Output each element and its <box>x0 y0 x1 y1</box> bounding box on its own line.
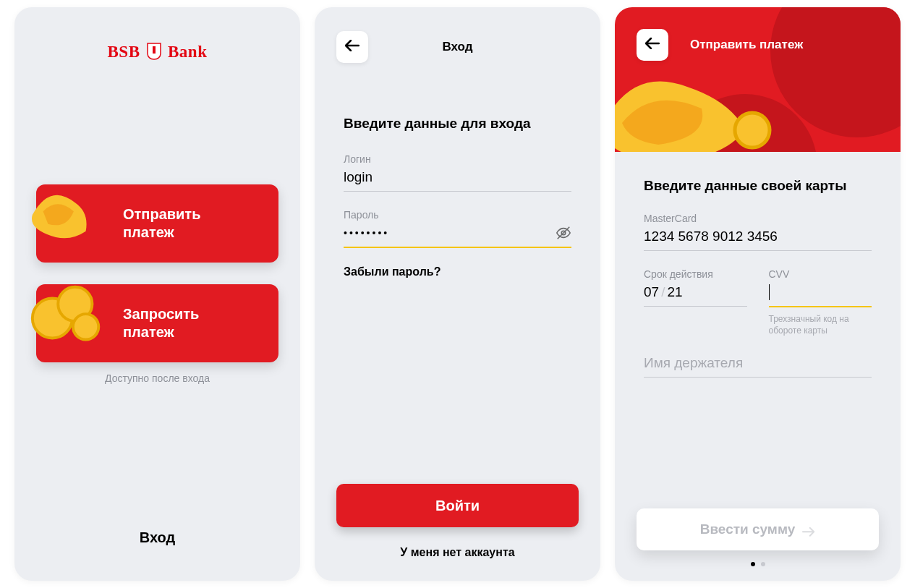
pager-dot[interactable] <box>751 562 755 566</box>
login-field[interactable]: Логин login <box>344 153 571 192</box>
arrow-right-icon <box>802 524 815 534</box>
no-account-link[interactable]: У меня нет аккаунта <box>315 546 600 559</box>
card-type-label: MasterCard <box>644 213 872 224</box>
screen-send-payment: Отправить платеж Введите данные своей ка… <box>615 7 901 581</box>
cvv-input[interactable] <box>769 284 872 307</box>
login-required-hint: Доступно после входа <box>36 372 278 384</box>
send-title: Отправить платеж <box>690 38 803 52</box>
back-button[interactable] <box>637 29 668 61</box>
hand-send-icon <box>25 176 111 261</box>
expiry-label: Срок действия <box>644 268 747 280</box>
coins-icon <box>25 276 111 361</box>
pager <box>615 562 901 566</box>
send-payment-hero: Отправить платеж <box>615 7 901 152</box>
brand-right: Bank <box>168 43 207 61</box>
login-topbar: Вход <box>315 7 600 65</box>
password-input[interactable]: •••••••• <box>344 225 571 248</box>
home-actions: Отправить платеж Запросить платеж Доступ… <box>14 184 300 384</box>
send-payment-label: Отправить платеж <box>123 205 200 242</box>
login-input[interactable]: login <box>344 169 571 192</box>
cvv-label: CVV <box>769 268 872 280</box>
cvv-hint: Трехзначный код на обороте карты <box>769 313 872 336</box>
enter-amount-button[interactable]: Ввести сумму <box>637 508 879 550</box>
text-cursor-icon <box>769 284 770 300</box>
password-label: Пароль <box>344 209 571 221</box>
brand-logo: BSB Bank <box>14 42 300 61</box>
expiry-input[interactable]: 07/21 <box>644 284 747 307</box>
forgot-password-link[interactable]: Забыли пароль? <box>344 265 571 278</box>
card-form: Введите данные своей карты MasterCard 12… <box>615 178 901 378</box>
brand-crest-icon <box>146 42 162 61</box>
arrow-left-icon <box>645 38 660 52</box>
svg-point-3 <box>73 314 98 339</box>
card-number-input[interactable]: 1234 5678 9012 3456 <box>644 229 872 251</box>
screen-home: BSB Bank Отправить платеж <box>14 7 300 581</box>
expiry-field[interactable]: Срок действия 07/21 <box>644 268 747 307</box>
login-title: Вход <box>315 40 600 54</box>
holder-field[interactable]: Имя держателя <box>644 355 872 378</box>
slash-separator: / <box>661 284 665 299</box>
request-payment-label: Запросить платеж <box>123 305 199 341</box>
login-link[interactable]: Вход <box>14 529 300 546</box>
pager-dot[interactable] <box>761 562 765 566</box>
send-payment-card[interactable]: Отправить платеж <box>36 184 278 263</box>
login-heading: Введите данные для входа <box>344 116 571 132</box>
svg-rect-0 <box>153 46 156 54</box>
svg-point-6 <box>735 113 770 148</box>
eye-off-icon[interactable] <box>556 225 571 241</box>
send-bottom: Ввести сумму <box>615 508 901 566</box>
holder-input[interactable]: Имя держателя <box>644 355 872 378</box>
login-form: Введите данные для входа Логин login Пар… <box>315 116 600 278</box>
password-field[interactable]: Пароль •••••••• <box>344 209 571 248</box>
card-form-heading: Введите данные своей карты <box>644 178 872 194</box>
screen-login: Вход Введите данные для входа Логин logi… <box>315 7 600 581</box>
brand-left: BSB <box>108 43 140 61</box>
login-submit-button[interactable]: Войти <box>336 484 579 527</box>
request-payment-card[interactable]: Запросить платеж <box>36 284 278 362</box>
login-bottom: Войти У меня нет аккаунта <box>315 484 600 559</box>
send-topbar: Отправить платеж <box>637 29 879 61</box>
cvv-field[interactable]: CVV <box>769 268 872 307</box>
card-number-field[interactable]: MasterCard 1234 5678 9012 3456 <box>644 213 872 251</box>
login-label: Логин <box>344 153 571 165</box>
